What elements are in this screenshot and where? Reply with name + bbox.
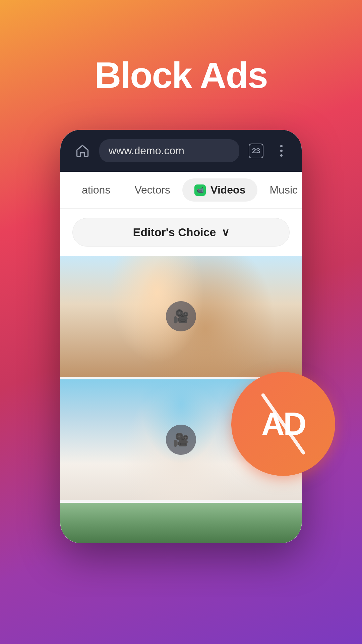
hero-title: Block Ads bbox=[95, 54, 267, 96]
nav-tabs: ations Vectors 📹 Videos Music Sound bbox=[60, 172, 302, 209]
tab-videos[interactable]: 📹 Videos bbox=[182, 178, 257, 202]
tab-count-text: 23 bbox=[252, 147, 260, 155]
ad-block-badge: AD bbox=[231, 372, 335, 476]
video-divider-2 bbox=[60, 500, 302, 503]
menu-dot-3 bbox=[280, 154, 283, 157]
menu-dot-1 bbox=[280, 145, 283, 147]
editors-choice-bar: Editor's Choice ∨ bbox=[60, 209, 302, 256]
play-button-1[interactable]: 🎥 bbox=[166, 301, 196, 331]
browser-bar: www.demo.com 23 bbox=[60, 130, 302, 172]
home-button[interactable] bbox=[72, 141, 93, 161]
phone-inner: www.demo.com 23 ations Vectors bbox=[60, 130, 302, 543]
video-thumbnail-1[interactable]: 🎥 bbox=[60, 256, 302, 377]
url-text: www.demo.com bbox=[109, 145, 184, 157]
menu-dot-2 bbox=[280, 150, 283, 152]
phone-mockup: AD www.demo.com 23 bbox=[60, 130, 302, 543]
editors-choice-label: Editor's Choice bbox=[133, 226, 216, 239]
video-image-3 bbox=[60, 503, 302, 543]
chevron-down-icon: ∨ bbox=[222, 226, 229, 239]
url-bar[interactable]: www.demo.com bbox=[99, 139, 239, 162]
ad-block-text: AD bbox=[261, 406, 305, 442]
video-tab-icon: 📹 bbox=[194, 184, 206, 196]
tab-count-box: 23 bbox=[249, 144, 263, 158]
home-icon bbox=[75, 144, 90, 158]
video-thumbnail-3[interactable] bbox=[60, 503, 302, 543]
tab-count-button[interactable]: 23 bbox=[246, 141, 266, 161]
editors-choice-button[interactable]: Editor's Choice ∨ bbox=[72, 218, 290, 247]
tab-vectors[interactable]: Vectors bbox=[122, 178, 182, 202]
play-camera-icon-2: 🎥 bbox=[173, 432, 189, 447]
camera-icon: 📹 bbox=[196, 186, 204, 194]
play-camera-icon-1: 🎥 bbox=[173, 309, 189, 324]
tab-illustrations[interactable]: ations bbox=[70, 178, 122, 202]
menu-button[interactable] bbox=[273, 141, 290, 161]
play-button-2[interactable]: 🎥 bbox=[166, 425, 196, 455]
tab-music[interactable]: Music bbox=[257, 178, 302, 202]
